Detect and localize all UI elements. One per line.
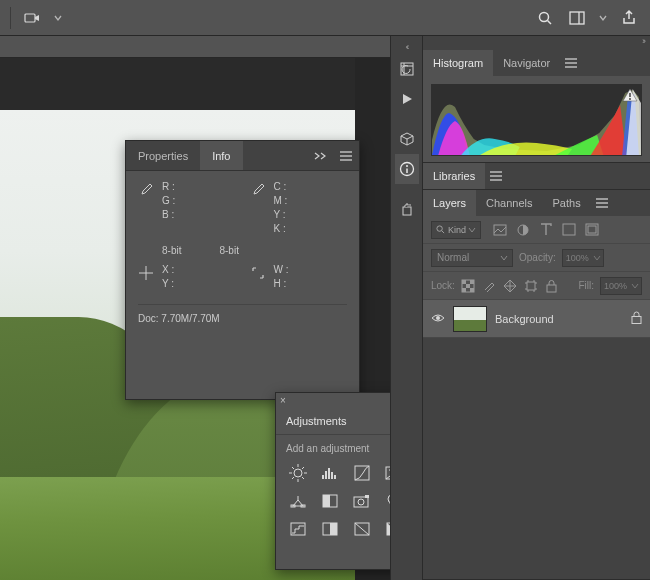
layer-name[interactable]: Background bbox=[495, 313, 623, 325]
svg-line-20 bbox=[302, 467, 304, 469]
posterize-icon[interactable] bbox=[288, 520, 308, 538]
filter-smart-icon[interactable] bbox=[585, 223, 599, 237]
svg-point-71 bbox=[437, 226, 442, 231]
lock-pixels-icon[interactable] bbox=[482, 279, 496, 293]
tab-properties[interactable]: Properties bbox=[126, 141, 200, 170]
svg-rect-84 bbox=[527, 282, 535, 290]
cmyk-readout: C : M : Y : K : bbox=[274, 181, 288, 235]
opacity-input[interactable]: 100% bbox=[562, 249, 604, 267]
selective-color-icon[interactable] bbox=[352, 520, 372, 538]
panel-menu-icon[interactable] bbox=[333, 141, 359, 170]
svg-line-2 bbox=[548, 20, 552, 24]
panel-collapse-icon[interactable] bbox=[307, 141, 333, 170]
eyedropper-cmyk-icon bbox=[250, 181, 266, 235]
camera-icon[interactable] bbox=[21, 7, 43, 29]
svg-point-86 bbox=[436, 316, 440, 320]
filter-type-icon[interactable] bbox=[539, 223, 553, 237]
svg-rect-87 bbox=[632, 317, 641, 324]
options-chevron-icon[interactable] bbox=[53, 7, 63, 29]
tab-paths[interactable]: Paths bbox=[543, 190, 591, 216]
filter-shape-icon[interactable] bbox=[562, 223, 576, 237]
options-bar bbox=[0, 0, 650, 36]
photo-filter-icon[interactable] bbox=[352, 492, 372, 510]
tab-navigator[interactable]: Navigator bbox=[493, 50, 560, 76]
lock-all-icon[interactable] bbox=[545, 279, 559, 293]
tab-adjustments[interactable]: Adjustments bbox=[276, 407, 359, 434]
svg-point-1 bbox=[540, 12, 549, 21]
fill-label: Fill: bbox=[578, 280, 594, 291]
svg-rect-27 bbox=[355, 466, 369, 480]
layer-lock-icon[interactable] bbox=[631, 311, 642, 326]
svg-line-72 bbox=[442, 231, 444, 233]
lock-label: Lock: bbox=[431, 280, 455, 291]
svg-point-64 bbox=[629, 98, 631, 100]
svg-rect-40 bbox=[365, 495, 369, 498]
search-icon[interactable] bbox=[534, 7, 556, 29]
tab-libraries[interactable]: Libraries bbox=[423, 163, 485, 189]
svg-point-13 bbox=[294, 469, 302, 477]
expand-dock-icon[interactable]: ›› bbox=[423, 36, 650, 50]
rail-info-icon[interactable] bbox=[395, 154, 419, 184]
svg-rect-23 bbox=[325, 471, 327, 479]
rail-3d-icon[interactable] bbox=[395, 124, 419, 154]
filter-pixel-icon[interactable] bbox=[493, 223, 507, 237]
info-panel-header[interactable]: Properties Info bbox=[126, 141, 359, 171]
svg-rect-77 bbox=[588, 226, 596, 233]
right-panel-dock: ‹‹ ›› Histogram Navigator bbox=[390, 36, 650, 580]
color-balance-icon[interactable] bbox=[288, 492, 308, 510]
histogram-display bbox=[431, 84, 642, 156]
tab-layers[interactable]: Layers bbox=[423, 190, 476, 216]
panel-menu-icon[interactable] bbox=[560, 50, 582, 76]
lock-artboard-icon[interactable] bbox=[524, 279, 538, 293]
blend-mode-select[interactable]: Normal bbox=[431, 249, 513, 267]
dimensions-icon bbox=[250, 264, 266, 290]
tab-histogram[interactable]: Histogram bbox=[423, 50, 493, 76]
svg-rect-52 bbox=[330, 523, 337, 535]
separator bbox=[10, 7, 11, 29]
svg-point-57 bbox=[406, 165, 408, 167]
document-tab-strip bbox=[0, 36, 390, 58]
black-white-icon[interactable] bbox=[320, 492, 340, 510]
svg-rect-73 bbox=[494, 225, 506, 235]
rail-clone-source-icon[interactable] bbox=[395, 194, 419, 224]
svg-rect-79 bbox=[462, 280, 466, 284]
curves-icon[interactable] bbox=[352, 464, 372, 482]
fill-input[interactable]: 100% bbox=[600, 277, 642, 295]
eyedropper-rgb-icon bbox=[138, 181, 154, 235]
threshold-icon[interactable] bbox=[320, 520, 340, 538]
rail-actions-icon[interactable] bbox=[395, 84, 419, 114]
lock-position-icon[interactable] bbox=[503, 279, 517, 293]
panel-menu-icon[interactable] bbox=[485, 163, 507, 189]
visibility-icon[interactable] bbox=[431, 313, 445, 325]
panel-menu-icon[interactable] bbox=[591, 190, 613, 216]
svg-rect-81 bbox=[466, 284, 470, 288]
layer-thumbnail[interactable] bbox=[453, 306, 487, 332]
cached-data-warning-icon[interactable] bbox=[623, 89, 637, 101]
tab-info[interactable]: Info bbox=[200, 141, 242, 170]
svg-rect-0 bbox=[25, 14, 35, 22]
depth-cmyk: 8-bit bbox=[195, 245, 238, 256]
lock-transparency-icon[interactable] bbox=[461, 279, 475, 293]
svg-rect-59 bbox=[403, 207, 411, 215]
workspace-switcher-icon[interactable] bbox=[566, 7, 588, 29]
layer-row-background[interactable]: Background bbox=[423, 300, 650, 338]
close-icon[interactable]: × bbox=[280, 395, 286, 406]
histogram-panel: Histogram Navigator bbox=[423, 50, 650, 163]
opacity-label: Opacity: bbox=[519, 252, 556, 263]
layer-filter-kind-label: Kind bbox=[448, 225, 466, 235]
expand-rail-icon[interactable]: ‹‹ bbox=[406, 42, 408, 54]
share-icon[interactable] bbox=[618, 7, 640, 29]
filter-adjustment-icon[interactable] bbox=[516, 223, 530, 237]
layers-panel: Layers Channels Paths Kind bbox=[423, 190, 650, 580]
collapsed-panel-rail: ‹‹ bbox=[390, 36, 422, 580]
workspace-chevron-icon[interactable] bbox=[598, 7, 608, 29]
levels-icon[interactable] bbox=[320, 464, 340, 482]
svg-line-19 bbox=[302, 477, 304, 479]
tab-channels[interactable]: Channels bbox=[476, 190, 542, 216]
xy-readout: X : Y : bbox=[162, 264, 174, 290]
svg-rect-85 bbox=[547, 285, 556, 292]
layer-filter-type-select[interactable]: Kind bbox=[431, 221, 481, 239]
svg-rect-37 bbox=[323, 495, 330, 507]
brightness-contrast-icon[interactable] bbox=[288, 464, 308, 482]
rail-history-icon[interactable] bbox=[395, 54, 419, 84]
